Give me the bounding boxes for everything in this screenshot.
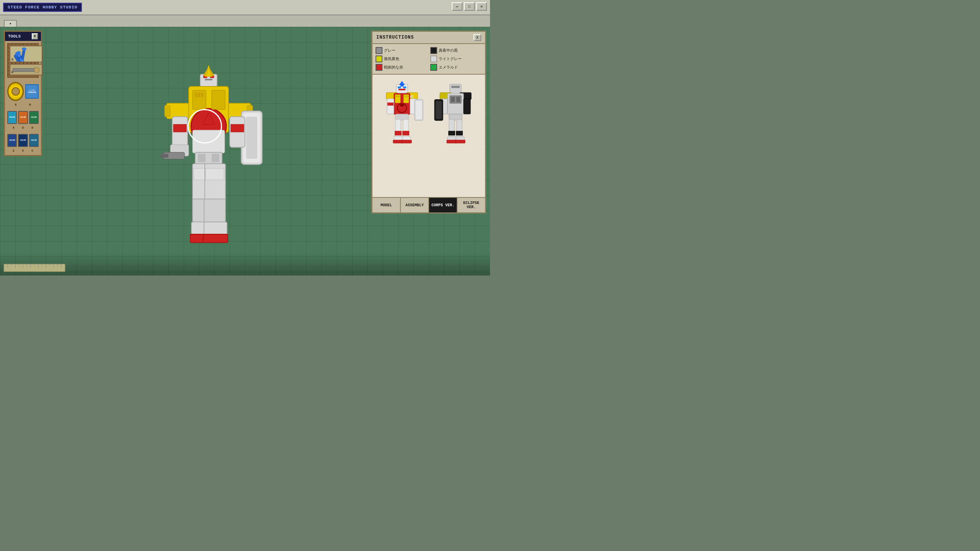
svg-rect-79: [395, 131, 402, 135]
title-bar: STEED FORCE HOBBY STUDIO — □ ✕: [0, 0, 490, 15]
swatch-lightgrey: [430, 55, 437, 62]
svg-rect-54: [400, 85, 403, 86]
file-tool[interactable]: W: [10, 64, 42, 75]
pinwash-tool[interactable]: ミメル PINWASH: [25, 84, 39, 99]
workspace: TOOLS X: [0, 27, 490, 276]
svg-rect-25: [201, 93, 203, 97]
svg-rect-56: [403, 86, 406, 88]
legend-item-grey: グレー: [376, 47, 427, 54]
minimize-button[interactable]: —: [452, 2, 462, 11]
file-icon: [11, 65, 41, 75]
paint-can-green-dark[interactable]: COLOR: [29, 111, 39, 124]
paint-can-cyan[interactable]: COLOR: [7, 111, 17, 124]
svg-rect-51: [203, 234, 228, 243]
svg-rect-69: [400, 104, 404, 106]
svg-rect-63: [395, 95, 397, 97]
maximize-button[interactable]: □: [464, 2, 475, 11]
hotkey-row-asd: A S D: [7, 126, 39, 130]
pliers-icon: [11, 46, 41, 62]
svg-rect-91: [451, 97, 455, 102]
svg-rect-100: [448, 131, 455, 135]
instructions-header: INSTRUCTIONS X: [372, 32, 485, 44]
tape-inner: [11, 87, 20, 96]
svg-rect-30: [198, 154, 206, 162]
model-button[interactable]: MODEL: [372, 198, 401, 212]
svg-rect-105: [455, 140, 465, 143]
instructions-title: INSTRUCTIONS: [376, 35, 414, 40]
assembly-button[interactable]: ASSEMBLY: [401, 198, 429, 212]
swatch-grey: [376, 47, 382, 54]
instructions-buttons: MODEL ASSEMBLY CORPS VER. ECLIPSE VER.: [372, 197, 485, 212]
svg-rect-86: [451, 86, 460, 88]
robot-svg: [128, 50, 289, 272]
tab-dropdown[interactable]: ▾: [4, 20, 17, 27]
legend-item-emerald: エメラルド: [430, 64, 482, 71]
svg-rect-6: [13, 68, 36, 72]
svg-rect-26: [212, 90, 225, 109]
app-title: STEED FORCE HOBBY STUDIO: [3, 3, 82, 12]
hotkey-x: X: [22, 149, 24, 152]
svg-rect-28: [193, 130, 225, 153]
hotkey-a: A: [13, 126, 15, 129]
svg-rect-71: [387, 99, 394, 114]
svg-rect-101: [456, 131, 463, 135]
svg-rect-80: [402, 131, 409, 135]
legend-label-midnight: 真夜中の黒: [439, 48, 458, 53]
svg-rect-12: [205, 79, 212, 80]
svg-rect-94: [464, 99, 470, 114]
robot-container: [128, 50, 289, 272]
hotkey-c: C: [31, 149, 33, 152]
swatch-emerald: [430, 64, 437, 71]
svg-rect-31: [212, 154, 219, 162]
svg-rect-55: [398, 86, 401, 88]
svg-rect-41: [231, 124, 244, 132]
color-legend: グレー 真夜中の黒 換気黄色 ライトグレー 戦術的な赤 エメラルド: [372, 44, 485, 75]
tools-content: Q W: [5, 41, 41, 155]
svg-rect-34: [246, 117, 257, 159]
tools-panel-close[interactable]: X: [32, 33, 38, 39]
svg-rect-49: [204, 199, 225, 222]
pliers-tool[interactable]: Q: [10, 46, 42, 62]
legend-item-lightgrey: ライトグレー: [430, 55, 482, 62]
legend-item-midnight: 真夜中の黒: [430, 47, 482, 54]
svg-rect-17: [165, 105, 170, 117]
svg-rect-36: [173, 124, 186, 132]
paint-can-navy[interactable]: COLOR: [18, 134, 28, 147]
paint-row-1: COLOR COLOR COLOR: [7, 111, 39, 124]
svg-rect-57: [399, 89, 405, 90]
hotkey-row-er: E R: [7, 103, 39, 107]
svg-rect-7: [34, 68, 39, 72]
svg-marker-53: [399, 81, 405, 85]
hotkey-e: E: [15, 103, 17, 106]
close-button[interactable]: ✕: [476, 2, 487, 11]
svg-rect-85: [450, 84, 461, 94]
tools-panel-title: TOOLS: [8, 34, 21, 39]
window-controls: — □ ✕: [452, 2, 487, 11]
diagram-svg: 02: [373, 77, 484, 195]
svg-rect-92: [456, 97, 460, 102]
legend-label-red: 戦術的な赤: [384, 65, 403, 70]
corps-ver-button[interactable]: CORPS VER.: [429, 198, 457, 212]
instructions-diagram: 02: [372, 75, 485, 197]
swatch-yellow: [376, 55, 382, 62]
svg-rect-48: [206, 168, 224, 180]
svg-rect-65: [404, 95, 406, 97]
legend-item-red: 戦術的な赤: [376, 64, 427, 71]
eclipse-ver-button[interactable]: ECLIPSE VER.: [457, 198, 485, 212]
tools-panel-header: TOOLS X: [5, 32, 41, 41]
hotkey-row-zxc: Z X C: [7, 148, 39, 153]
tape-tool[interactable]: [7, 82, 24, 101]
paint-row-2: COLOR COLOR COLOR: [7, 134, 39, 147]
paint-can-blue[interactable]: COLOR: [7, 134, 17, 147]
legend-item-yellow: 換気黄色: [376, 55, 427, 62]
legend-label-yellow: 換気黄色: [384, 56, 399, 62]
hotkey-r: R: [29, 103, 31, 106]
tool-key-w: W: [11, 70, 13, 74]
paint-can-orange[interactable]: COLOR: [18, 111, 28, 124]
paint-can-teal[interactable]: COLOR: [29, 134, 39, 147]
instructions-close-button[interactable]: X: [474, 34, 481, 41]
tools-panel: TOOLS X: [4, 31, 42, 156]
svg-rect-24: [198, 93, 200, 97]
pinwash-label-bottom: PINWASH: [28, 91, 36, 94]
robot-area: [46, 46, 371, 276]
